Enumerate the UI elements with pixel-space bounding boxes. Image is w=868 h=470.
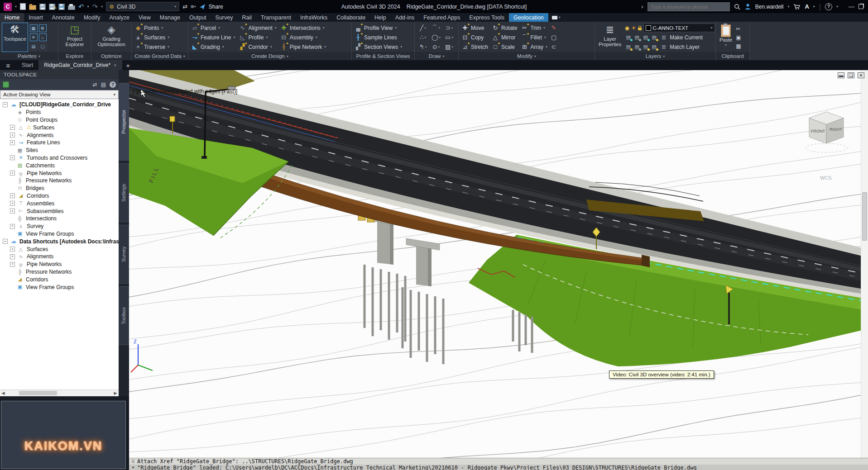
new-file-button[interactable] bbox=[20, 3, 26, 10]
layer-tool-icon-3-2[interactable]: ▤ bbox=[642, 44, 649, 50]
palette-toggle-icon-2[interactable]: ✕ bbox=[30, 33, 38, 41]
close-tab-icon[interactable]: × bbox=[114, 62, 116, 68]
tree-expand-icon[interactable]: + bbox=[10, 262, 15, 267]
new-drawing-button[interactable]: + bbox=[122, 60, 134, 70]
vp-close-icon[interactable]: ✕ bbox=[858, 72, 864, 78]
tree-item-assemblies[interactable]: +⊤ Assemblies bbox=[0, 199, 119, 207]
hscroll-thumb[interactable] bbox=[19, 391, 57, 395]
draw-tool-icon-4[interactable]: ◯▾ bbox=[430, 33, 442, 42]
plot-button[interactable] bbox=[68, 3, 75, 10]
vp-minimize-icon[interactable]: ▬ bbox=[838, 72, 844, 78]
panel-label-clipboard[interactable]: Clipboard bbox=[716, 52, 749, 60]
user-name[interactable]: Ben.wardell bbox=[755, 4, 784, 10]
draw-tool-icon-8[interactable]: ▨▾ bbox=[443, 43, 456, 52]
tree-item-corridors[interactable]: ◢ Corridors bbox=[0, 275, 119, 283]
store-chevron-icon[interactable]: ▾ bbox=[813, 5, 815, 9]
command-close-icon[interactable]: ✕ bbox=[129, 465, 137, 470]
tree-item-view-frame-groups[interactable]: ▣ View Frame Groups bbox=[0, 230, 119, 238]
ribbon-tab-infraworks[interactable]: InfraWorks bbox=[296, 13, 332, 22]
tree-item-data-shortcuts-autodesk-docs-infrast[interactable]: −☁ Data Shortcuts [Autodesk Docs:\Infras… bbox=[0, 237, 119, 245]
redo-button[interactable]: ↷ bbox=[92, 4, 98, 9]
tree-expand-icon[interactable]: + bbox=[10, 171, 15, 176]
save-button[interactable] bbox=[39, 4, 46, 10]
ribbon-button-alignment[interactable]: ∿★ Alignment▾ bbox=[238, 24, 277, 33]
viewport-vscrollbar[interactable] bbox=[861, 70, 868, 458]
palette-toggle-icon-4[interactable]: ▤ bbox=[30, 43, 38, 50]
panel-label-modify[interactable]: Modify▾ bbox=[459, 52, 595, 60]
layer-tool-icon-2-2[interactable]: ▤ bbox=[642, 34, 649, 40]
tree-expand-icon[interactable]: − bbox=[3, 239, 8, 244]
app-store-button[interactable]: A bbox=[805, 3, 809, 10]
tab-active-drawing[interactable]: RidgeGate_Corridor_Drive* × bbox=[38, 60, 122, 70]
ribbon-button-section-views[interactable]: ▞★ Section Views▾ bbox=[354, 43, 403, 52]
layer-tool-icon-2-3[interactable]: ▤ bbox=[651, 34, 657, 40]
redo-chevron-icon[interactable]: ▾ bbox=[101, 5, 103, 9]
collapse-arrow-icon[interactable]: › bbox=[641, 4, 643, 9]
tree-item-pressure-networks[interactable]: ╠ Pressure Networks bbox=[0, 177, 119, 185]
ribbon-button-scale[interactable]: □★ Scale bbox=[491, 43, 518, 52]
help-icon[interactable]: ? bbox=[825, 3, 832, 10]
tree-item-sites[interactable]: ▦ Sites bbox=[0, 147, 119, 154]
ribbon-button-parcel[interactable]: ▱★ Parcel▾ bbox=[190, 24, 236, 33]
command-line[interactable]: ⠿ Attach Xref "RidgeGate_Bridge": ..\STR… bbox=[129, 458, 868, 470]
ribbon-display-toggle[interactable]: ▾ bbox=[548, 13, 564, 22]
tree-item-point-groups[interactable]: ◇ Point Groups bbox=[0, 116, 119, 124]
paste-special-icon[interactable]: ▦ bbox=[736, 43, 741, 49]
tree-item-points[interactable]: ◈ Points bbox=[0, 109, 119, 116]
ribbon-button-rotate[interactable]: ↻★ Rotate bbox=[491, 24, 518, 33]
menu-hamburger-icon[interactable]: ≡ bbox=[0, 60, 16, 70]
draw-tool-icon-5[interactable]: ▭▾ bbox=[443, 33, 456, 42]
ribbon-tab-help[interactable]: Help bbox=[370, 13, 391, 22]
ribbon-button-points[interactable]: ◆★ Points▾ bbox=[134, 24, 170, 33]
tree-expand-icon[interactable]: ▪ bbox=[10, 140, 15, 145]
ribbon-tab-survey[interactable]: Survey bbox=[211, 13, 238, 22]
offset-icon[interactable]: ⊂ bbox=[550, 43, 557, 52]
side-tab-settings[interactable]: Settings bbox=[119, 163, 129, 222]
panel-label-explore[interactable]: Explore bbox=[58, 52, 91, 60]
vscroll-thumb[interactable] bbox=[862, 192, 867, 241]
tree-expand-icon[interactable]: + bbox=[10, 125, 15, 130]
layer-on-icon[interactable]: ◉ bbox=[625, 25, 629, 31]
ribbon-tab-output[interactable]: Output bbox=[185, 13, 211, 22]
ribbon-tab-manage[interactable]: Manage bbox=[155, 13, 185, 22]
palette-toggle-icon-5[interactable]: ▢ bbox=[39, 43, 47, 50]
tree-expand-icon[interactable]: + bbox=[10, 133, 15, 138]
toolspace-help-icon[interactable]: ? bbox=[110, 81, 116, 88]
scroll-left-icon[interactable]: ◀ bbox=[0, 391, 6, 395]
tree-expand-icon[interactable]: + bbox=[10, 224, 15, 229]
preview-toggle-icon[interactable]: ▤ bbox=[101, 81, 106, 88]
drawing-viewport[interactable]: FILL FILL bbox=[129, 70, 868, 458]
ribbon-tab-annotate[interactable]: Annotate bbox=[48, 13, 79, 22]
view-selector[interactable]: Active Drawing View▾ bbox=[0, 90, 119, 99]
ribbon-button-pipe-network[interactable]: ╂★ Pipe Network▾ bbox=[279, 43, 327, 52]
panel-label-profile-section-views[interactable]: Profile & Section Views bbox=[352, 52, 414, 60]
ribbon-tab-insert[interactable]: Insert bbox=[24, 13, 47, 22]
tree-item-cloud-ridgegate-corridor-drive[interactable]: −☁ [CLOUD]RidgeGate_Corridor_Drive bbox=[0, 101, 119, 109]
grading-optimization-button[interactable]: ◈Grading Optimization bbox=[93, 23, 129, 52]
ribbon-tab-express-tools[interactable]: Express Tools bbox=[465, 13, 509, 22]
ribbon-button-sample-lines[interactable]: ╂★ Sample Lines bbox=[354, 33, 403, 42]
tree-item-alignments[interactable]: +∿ Alignments bbox=[0, 131, 119, 139]
palette-toggle-icon-3[interactable]: ⌂ bbox=[39, 33, 47, 41]
qat-customize-button[interactable]: ≡▾ bbox=[191, 4, 196, 9]
ribbon-button-feature-line[interactable]: ↝★ Feature Line▾ bbox=[190, 33, 236, 42]
draw-tool-icon-3[interactable]: ∴▾ bbox=[417, 33, 429, 42]
tree-expand-icon[interactable]: + bbox=[10, 201, 15, 206]
panel-label-layers[interactable]: Layers▾ bbox=[595, 52, 715, 60]
palette-toggle-icon-1[interactable]: ⚙ bbox=[39, 24, 47, 32]
project-explorer-button[interactable]: ◳Project Explorer bbox=[60, 23, 89, 52]
palette-toggle-icon-0[interactable]: ▦ bbox=[30, 24, 38, 32]
ribbon-button-make-current[interactable]: ≣Make Current bbox=[659, 33, 704, 42]
ribbon-button-array[interactable]: ⊞★ Array▾ bbox=[520, 43, 548, 52]
tree-item-view-frame-groups[interactable]: ▣ View Frame Groups bbox=[0, 283, 119, 291]
save-as-button[interactable]: ✎ bbox=[49, 4, 55, 10]
cart-icon[interactable] bbox=[793, 4, 801, 10]
cut-icon[interactable]: ✂ bbox=[736, 26, 741, 32]
panel-label-create-ground-data[interactable]: Create Ground Data▾ bbox=[132, 52, 188, 60]
ribbon-tab-rail[interactable]: Rail bbox=[237, 13, 256, 22]
undo-button[interactable]: ↶ bbox=[78, 4, 84, 9]
export-button[interactable] bbox=[58, 4, 65, 10]
ribbon-button-profile-view[interactable]: ▄★ Profile View▾ bbox=[354, 24, 403, 33]
tree-item-corridors[interactable]: +◢ Corridors bbox=[0, 192, 119, 200]
tree-expand-icon[interactable]: + bbox=[10, 193, 15, 198]
